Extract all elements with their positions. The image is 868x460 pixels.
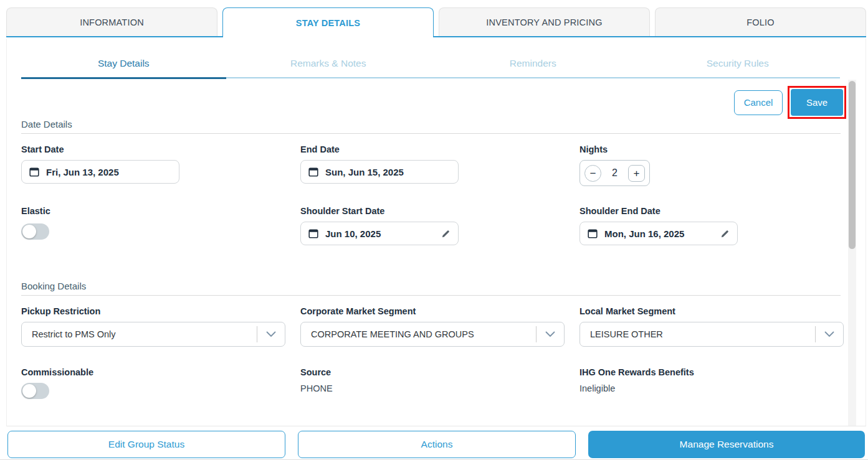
toggle-knob (22, 225, 36, 238)
pickup-restriction-label: Pickup Restriction (21, 306, 300, 316)
toggle-knob (22, 384, 36, 398)
date-details-row-1: Start Date Fri, Jun 13, 2025 End Date (21, 144, 841, 186)
tab-inventory-and-pricing[interactable]: INVENTORY AND PRICING (439, 7, 650, 36)
edit-group-status-button[interactable]: Edit Group Status (7, 431, 285, 458)
sub-tab-bar: Stay Details Remarks & Notes Reminders S… (21, 58, 840, 78)
manage-reservations-button[interactable]: Manage Reservations (588, 431, 865, 458)
nights-value: 2 (612, 167, 618, 179)
main-tab-bar: INFORMATION STAY DETAILS INVENTORY AND P… (6, 7, 866, 37)
local-market-segment-dropdown[interactable]: LEISURE OTHER (579, 322, 844, 347)
vertical-scrollbar-thumb[interactable] (849, 81, 856, 249)
end-date-label: End Date (300, 144, 579, 154)
local-market-segment-value: LEISURE OTHER (590, 329, 663, 339)
stay-details-page: INFORMATION STAY DETAILS INVENTORY AND P… (0, 0, 868, 460)
form-action-row: Cancel Save (734, 89, 843, 116)
edit-pencil-icon[interactable] (720, 229, 730, 238)
calendar-icon (29, 167, 39, 177)
subtab-reminders[interactable]: Reminders (431, 58, 636, 78)
nights-increment-button[interactable]: + (628, 165, 645, 182)
start-date-label: Start Date (21, 144, 300, 154)
shoulder-start-date-value: Jun 10, 2025 (325, 228, 381, 239)
calendar-icon (308, 167, 318, 177)
actions-button[interactable]: Actions (298, 431, 576, 458)
date-details-section: Date Details Start Date Fri, Jun 13, 202… (21, 119, 841, 245)
section-title-date-details: Date Details (21, 119, 841, 134)
calendar-icon (588, 228, 598, 238)
cancel-button[interactable]: Cancel (734, 90, 783, 115)
content-panel: Stay Details Remarks & Notes Reminders S… (6, 39, 866, 426)
start-date-field[interactable]: Fri, Jun 13, 2025 (21, 160, 179, 184)
elastic-toggle[interactable] (21, 223, 49, 240)
booking-details-row-1: Pickup Restriction Restrict to PMS Only … (21, 306, 841, 347)
tab-information[interactable]: INFORMATION (6, 7, 217, 36)
booking-details-row-2: Commissionable Source PHONE IHG One Rewa… (21, 367, 841, 399)
subtab-remarks-notes[interactable]: Remarks & Notes (226, 58, 431, 78)
end-date-value: Sun, Jun 15, 2025 (325, 167, 404, 177)
commissionable-label: Commissionable (21, 367, 300, 377)
shoulder-end-date-field[interactable]: Mon, Jun 16, 2025 (579, 222, 738, 245)
nights-decrement-button[interactable]: − (584, 165, 601, 182)
source-value: PHONE (300, 383, 579, 393)
source-label: Source (300, 367, 579, 377)
corporate-market-segment-value: CORPORATE MEETING AND GROUPS (311, 329, 474, 339)
booking-details-section: Booking Details Pickup Restriction Restr… (21, 281, 841, 399)
subtab-stay-details[interactable]: Stay Details (21, 58, 226, 79)
save-button-wrapper: Save (791, 89, 843, 116)
section-title-booking-details: Booking Details (21, 281, 841, 296)
shoulder-end-date-label: Shoulder End Date (579, 206, 841, 216)
subtab-security-rules[interactable]: Security Rules (636, 58, 841, 78)
chevron-down-icon (545, 331, 555, 337)
dropdown-divider (536, 326, 537, 342)
shoulder-start-date-field[interactable]: Jun 10, 2025 (300, 222, 459, 245)
rewards-benefits-value: Ineligible (579, 383, 841, 393)
chevron-down-icon (824, 331, 834, 337)
local-market-segment-label: Local Market Segment (579, 306, 841, 316)
dropdown-divider (257, 326, 257, 342)
shoulder-end-date-value: Mon, Jun 16, 2025 (604, 228, 684, 239)
end-date-field[interactable]: Sun, Jun 15, 2025 (300, 160, 459, 184)
vertical-scrollbar-track[interactable] (848, 80, 856, 426)
dropdown-divider (815, 326, 816, 342)
save-button[interactable]: Save (791, 89, 843, 116)
corporate-market-segment-dropdown[interactable]: CORPORATE MEETING AND GROUPS (300, 322, 565, 347)
elastic-label: Elastic (21, 206, 300, 216)
date-details-row-2: Elastic Shoulder Start Date Jun 10, 2025 (21, 206, 841, 245)
footer-action-bar: Edit Group Status Actions Manage Reserva… (7, 431, 865, 458)
calendar-icon (308, 228, 318, 238)
tab-folio[interactable]: FOLIO (655, 7, 866, 36)
shoulder-start-date-label: Shoulder Start Date (300, 206, 579, 216)
rewards-benefits-label: IHG One Rewards Benefits (579, 367, 841, 377)
pickup-restriction-value: Restrict to PMS Only (32, 329, 116, 339)
nights-stepper: − 2 + (579, 160, 650, 186)
commissionable-toggle[interactable] (21, 383, 49, 399)
nights-label: Nights (579, 144, 841, 154)
corporate-market-segment-label: Corporate Market Segment (300, 306, 579, 316)
chevron-down-icon (266, 331, 276, 337)
pickup-restriction-dropdown[interactable]: Restrict to PMS Only (21, 322, 285, 347)
tab-stay-details[interactable]: STAY DETAILS (222, 7, 434, 37)
start-date-value: Fri, Jun 13, 2025 (46, 167, 119, 177)
edit-pencil-icon[interactable] (441, 229, 451, 238)
